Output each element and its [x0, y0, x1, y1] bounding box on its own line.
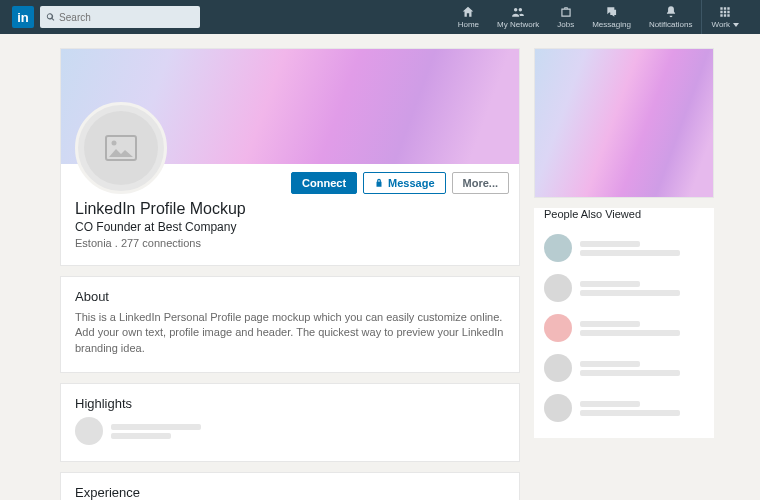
- bell-icon: [664, 5, 678, 19]
- search-box[interactable]: [40, 6, 200, 28]
- pav-avatar: [544, 394, 572, 422]
- pav-placeholder-lines: [580, 398, 704, 419]
- profile-location-line: Estonia . 277 connections: [75, 237, 505, 249]
- nav-messaging[interactable]: Messaging: [583, 0, 640, 34]
- pav-placeholder-lines: [580, 358, 704, 379]
- pav-title: People Also Viewed: [544, 208, 704, 220]
- pav-avatar: [544, 314, 572, 342]
- more-button[interactable]: More...: [452, 172, 509, 194]
- avatar[interactable]: [75, 102, 167, 194]
- pav-item[interactable]: [544, 308, 704, 348]
- highlight-placeholder-lines: [111, 421, 201, 442]
- pav-placeholder-lines: [580, 238, 704, 259]
- side-column: People Also Viewed: [534, 48, 714, 500]
- highlights-card: Highlights: [60, 383, 520, 462]
- search-input[interactable]: [59, 12, 194, 23]
- nav-network-label: My Network: [497, 20, 539, 29]
- nav-notifications-label: Notifications: [649, 20, 693, 29]
- experience-title: Experience: [75, 485, 505, 500]
- cover-image: [61, 49, 519, 164]
- profile-card: Connect Message More... LinkedIn Profile…: [60, 48, 520, 266]
- profile-name: LinkedIn Profile Mockup: [75, 200, 505, 218]
- jobs-icon: [559, 5, 573, 19]
- lock-icon: [374, 178, 384, 188]
- message-button[interactable]: Message: [363, 172, 445, 194]
- nav-home-label: Home: [458, 20, 479, 29]
- grid-icon: [718, 5, 732, 19]
- linkedin-logo[interactable]: in: [12, 6, 34, 28]
- search-icon: [46, 12, 55, 22]
- pav-placeholder-lines: [580, 278, 704, 299]
- messaging-icon: [605, 5, 619, 19]
- experience-card: Experience: [60, 472, 520, 500]
- pav-avatar: [544, 274, 572, 302]
- pav-item[interactable]: [544, 348, 704, 388]
- nav-items: Home My Network Jobs Messaging Notificat…: [449, 0, 748, 34]
- about-text: This is a LinkedIn Personal Profile page…: [75, 310, 505, 356]
- page-content: Connect Message More... LinkedIn Profile…: [0, 34, 760, 500]
- nav-messaging-label: Messaging: [592, 20, 631, 29]
- pav-placeholder-lines: [580, 318, 704, 339]
- nav-network[interactable]: My Network: [488, 0, 548, 34]
- chevron-down-icon: [733, 23, 739, 27]
- image-placeholder-icon: [105, 135, 137, 161]
- pav-item[interactable]: [544, 268, 704, 308]
- highlight-avatar: [75, 417, 103, 445]
- side-cover: [534, 48, 714, 198]
- highlight-item: [75, 417, 505, 445]
- nav-work[interactable]: Work: [701, 0, 748, 34]
- pav-avatar: [544, 234, 572, 262]
- top-nav: in Home My Network Jobs Messaging Notifi…: [0, 0, 760, 34]
- main-column: Connect Message More... LinkedIn Profile…: [60, 48, 520, 500]
- highlights-title: Highlights: [75, 396, 505, 411]
- svg-point-1: [112, 141, 117, 146]
- nav-notifications[interactable]: Notifications: [640, 0, 702, 34]
- people-also-viewed: People Also Viewed: [534, 208, 714, 438]
- nav-jobs[interactable]: Jobs: [548, 0, 583, 34]
- about-title: About: [75, 289, 505, 304]
- home-icon: [461, 5, 475, 19]
- identity: LinkedIn Profile Mockup CO Founder at Be…: [61, 194, 519, 265]
- pav-item[interactable]: [544, 388, 704, 428]
- nav-home[interactable]: Home: [449, 0, 488, 34]
- profile-headline: CO Founder at Best Company: [75, 220, 505, 234]
- message-label: Message: [388, 177, 434, 189]
- nav-jobs-label: Jobs: [557, 20, 574, 29]
- pav-item[interactable]: [544, 228, 704, 268]
- nav-work-label: Work: [711, 20, 739, 29]
- pav-avatar: [544, 354, 572, 382]
- network-icon: [511, 5, 525, 19]
- avatar-placeholder: [84, 111, 158, 185]
- about-card: About This is a LinkedIn Personal Profil…: [60, 276, 520, 373]
- connect-button[interactable]: Connect: [291, 172, 357, 194]
